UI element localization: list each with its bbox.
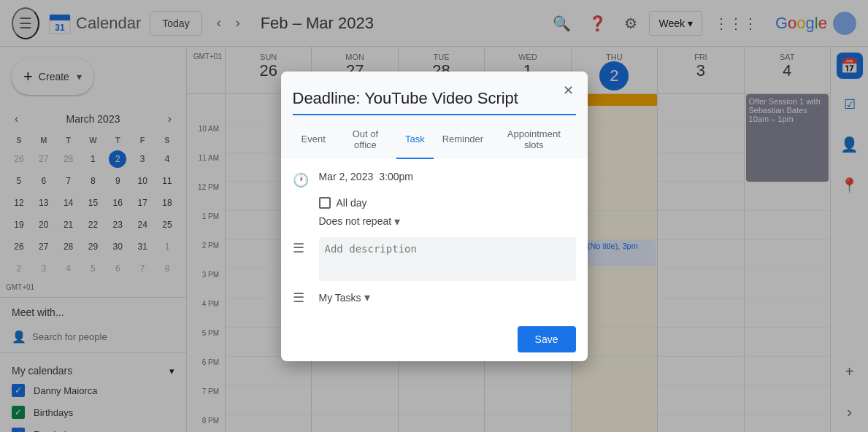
tab-reminder[interactable]: Reminder [434, 121, 492, 159]
tasklist-row: ☰ My Tasks ▾ [293, 290, 576, 306]
tab-task[interactable]: Task [396, 121, 434, 159]
tasklist-icon: ☰ [293, 290, 307, 306]
tasklist-chevron-icon: ▾ [364, 290, 370, 304]
dialog-header: Event Out of office Task Reminder Appoin… [281, 72, 588, 159]
date-link[interactable]: Mar 2, 2023 [319, 171, 374, 182]
time-link[interactable]: 3:00pm [379, 171, 413, 182]
tasklist-select[interactable]: My Tasks ▾ [319, 290, 370, 304]
tab-event[interactable]: Event [293, 121, 334, 159]
datetime-values: Mar 2, 2023 3:00pm [319, 171, 576, 182]
allday-checkbox[interactable] [319, 197, 331, 209]
repeat-row[interactable]: Does not repeat ▾ [319, 215, 576, 228]
tasklist-label: My Tasks [319, 292, 361, 304]
allday-label: All day [337, 197, 367, 209]
repeat-label: Does not repeat [319, 215, 392, 227]
tab-appointment-slots[interactable]: Appointment slots [492, 121, 575, 159]
dialog-body: 🕐 Mar 2, 2023 3:00pm All day Does not re… [281, 159, 588, 317]
datetime-content: Mar 2, 2023 3:00pm [319, 171, 576, 182]
repeat-chevron-icon: ▾ [394, 215, 400, 228]
tab-out-of-office[interactable]: Out of office [334, 121, 396, 159]
save-button[interactable]: Save [518, 326, 576, 352]
description-input[interactable] [319, 237, 576, 281]
clock-icon: 🕐 [293, 172, 307, 188]
dialog-overlay[interactable]: ✕ Event Out of office Task Reminder Appo… [0, 0, 868, 432]
dialog-footer: Save [281, 317, 588, 361]
dialog-close-button[interactable]: ✕ [558, 80, 579, 101]
description-row: ☰ [293, 237, 576, 281]
dialog-title-input[interactable] [293, 83, 576, 115]
create-task-dialog: ✕ Event Out of office Task Reminder Appo… [281, 72, 588, 361]
datetime-row: 🕐 Mar 2, 2023 3:00pm [293, 171, 576, 188]
allday-row[interactable]: All day [319, 197, 576, 209]
description-icon: ☰ [293, 240, 307, 256]
dialog-tabs: Event Out of office Task Reminder Appoin… [293, 121, 576, 159]
